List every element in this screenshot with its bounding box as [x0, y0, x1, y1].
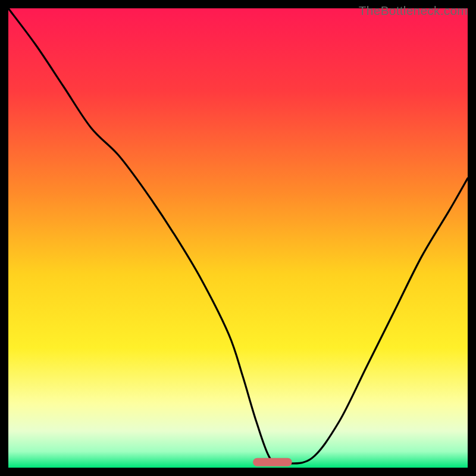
chart-svg	[8, 8, 468, 468]
watermark-text: TheBottleneck.com	[359, 4, 468, 18]
gradient-background	[8, 8, 468, 468]
plot-area	[8, 8, 468, 468]
minimum-marker	[253, 458, 292, 466]
chart-frame: TheBottleneck.com	[0, 0, 476, 476]
